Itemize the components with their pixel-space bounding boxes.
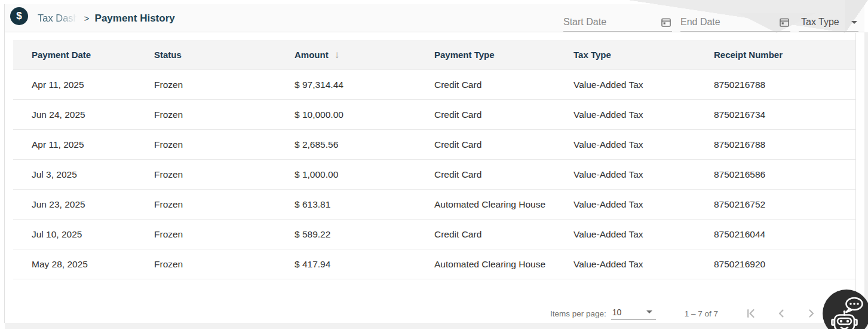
cell-receipt-number: 8750216788 [714, 80, 855, 90]
cell-receipt-number: 8750216920 [714, 259, 855, 270]
cell-tax-type: Value-Added Tax [573, 109, 714, 120]
cell-payment-type: Automated Clearing House [434, 259, 573, 270]
cell-payment-date: Apr 11, 2025 [32, 80, 154, 90]
table-paginator: Items per page: 10 1 – 7 of 7 [13, 301, 855, 325]
first-page-button[interactable] [744, 306, 759, 321]
panel-left-border [4, 4, 5, 323]
cell-payment-date: Jun 24, 2025 [32, 109, 154, 120]
breadcrumb-separator: > [84, 13, 90, 23]
table-row: Jul 10, 2025Frozen$ 589.22Credit CardVal… [13, 220, 855, 249]
cell-payment-type: Credit Card [434, 109, 573, 120]
end-date-field [680, 16, 790, 32]
column-header-receipt-number[interactable]: Receipt Number [714, 50, 855, 60]
table-body: Apr 11, 2025Frozen$ 97,314.44Credit Card… [13, 70, 855, 279]
filter-bar: Tax Type [563, 4, 858, 32]
cell-payment-type: Credit Card [434, 169, 573, 180]
sort-descending-icon: ↓ [335, 49, 340, 61]
cell-payment-date: May 28, 2025 [32, 259, 154, 270]
tax-type-select[interactable]: Tax Type [799, 17, 858, 32]
column-header-payment-type[interactable]: Payment Type [434, 50, 573, 60]
cell-receipt-number: 8750216586 [714, 169, 855, 180]
cell-receipt-number: 8750216752 [714, 199, 855, 210]
cell-payment-type: Credit Card [434, 229, 573, 240]
cell-status: Frozen [154, 139, 295, 150]
cell-payment-date: Apr 11, 2025 [32, 139, 154, 150]
first-page-icon [744, 306, 759, 321]
column-header-amount[interactable]: Amount ↓ [295, 49, 434, 61]
breadcrumb: Tax Dash > Payment History [38, 4, 175, 32]
cell-tax-type: Value-Added Tax [573, 80, 714, 90]
column-header-payment-date[interactable]: Payment Date [32, 50, 154, 60]
cell-receipt-number: 8750216734 [714, 109, 855, 120]
page-title: Payment History [95, 13, 175, 25]
cell-payment-type: Credit Card [434, 139, 573, 150]
cell-status: Frozen [154, 199, 295, 210]
column-header-status[interactable]: Status [154, 50, 295, 60]
chevron-left-icon [774, 306, 789, 321]
table-row: Jul 3, 2025Frozen$ 1,000.00Credit CardVa… [13, 160, 855, 190]
cell-status: Frozen [154, 229, 295, 240]
cell-receipt-number: 8750216044 [714, 229, 855, 240]
table-row: May 28, 2025Frozen$ 417.94Automated Clea… [13, 249, 855, 279]
table-right-border [855, 33, 856, 323]
next-page-button[interactable] [804, 306, 818, 321]
items-per-page-label: Items per page: [550, 309, 606, 318]
table-row: Jun 23, 2025Frozen$ 613.81Automated Clea… [13, 190, 855, 220]
cell-payment-date: Jul 10, 2025 [32, 229, 154, 240]
items-per-page-select[interactable]: 10 [611, 307, 656, 320]
previous-page-button[interactable] [774, 306, 789, 321]
cell-amount: $ 1,000.00 [295, 169, 434, 180]
app-logo[interactable]: $ [10, 7, 28, 25]
table-row: Apr 11, 2025Frozen$ 97,314.44Credit Card… [13, 70, 855, 100]
cell-tax-type: Value-Added Tax [573, 139, 714, 150]
cell-status: Frozen [154, 109, 295, 120]
tax-type-select-label: Tax Type [801, 17, 839, 28]
start-date-field [563, 16, 672, 32]
table-row: Apr 11, 2025Frozen$ 2,685.56Credit CardV… [13, 130, 855, 160]
cell-status: Frozen [154, 80, 295, 90]
page-range-label: 1 – 7 of 7 [685, 309, 718, 318]
cell-status: Frozen [154, 259, 295, 270]
cell-tax-type: Value-Added Tax [573, 259, 714, 270]
pagination-controls [744, 306, 818, 321]
cell-amount: $ 417.94 [295, 259, 434, 270]
cell-amount: $ 589.22 [295, 229, 434, 240]
end-date-input[interactable] [680, 17, 778, 28]
cell-tax-type: Value-Added Tax [573, 199, 714, 210]
breadcrumb-parent-link[interactable]: Tax Dash [38, 13, 79, 24]
table-header-row: Payment Date Status Amount ↓ Payment Typ… [13, 40, 855, 70]
cell-status: Frozen [154, 169, 295, 180]
table-row: Jun 24, 2025Frozen$ 10,000.00Credit Card… [13, 100, 855, 130]
dollar-logo-icon: $ [16, 10, 22, 22]
start-date-input[interactable] [563, 17, 660, 28]
cell-amount: $ 10,000.00 [295, 109, 434, 120]
calendar-icon[interactable] [778, 16, 790, 28]
cell-payment-date: Jul 3, 2025 [32, 169, 154, 180]
cell-payment-date: Jun 23, 2025 [32, 199, 154, 210]
items-per-page-value: 10 [612, 307, 622, 317]
chevron-down-icon [851, 21, 857, 24]
chevron-down-icon [646, 310, 652, 313]
cell-payment-type: Credit Card [434, 80, 573, 90]
cell-amount: $ 613.81 [295, 199, 434, 210]
cell-receipt-number: 8750216788 [714, 139, 855, 150]
cell-amount: $ 2,685.56 [295, 139, 434, 150]
cell-payment-type: Automated Clearing House [434, 199, 573, 210]
cell-tax-type: Value-Added Tax [573, 229, 714, 240]
robot-chat-icon [823, 290, 868, 329]
cell-tax-type: Value-Added Tax [573, 169, 714, 180]
payment-history-table: Payment Date Status Amount ↓ Payment Typ… [13, 40, 855, 279]
chevron-right-icon [804, 306, 818, 321]
column-header-tax-type[interactable]: Tax Type [573, 50, 714, 60]
page-right-gutter [864, 32, 868, 323]
calendar-icon[interactable] [660, 16, 672, 28]
top-header-bar: $ Tax Dash > Payment History [5, 4, 864, 32]
chatbot-button[interactable] [823, 290, 868, 329]
cell-amount: $ 97,314.44 [295, 80, 434, 90]
